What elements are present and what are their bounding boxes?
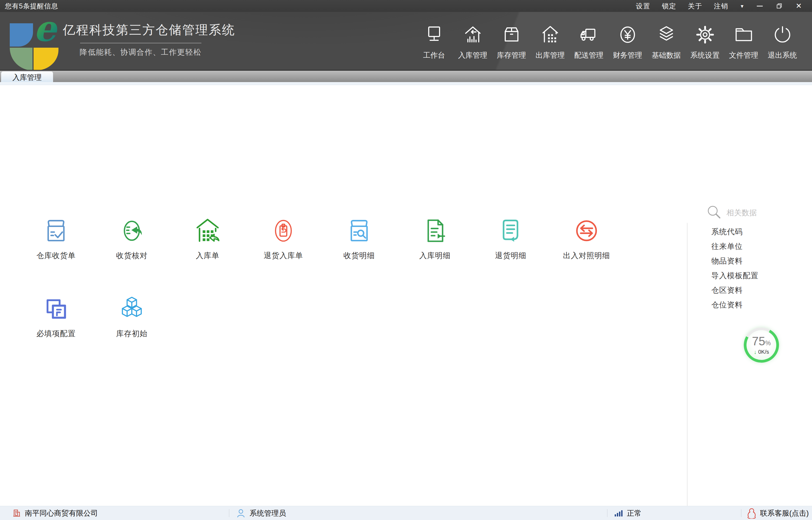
- base-data-layers-icon: [655, 23, 678, 46]
- tab-inbound-management[interactable]: 入库管理: [1, 72, 53, 83]
- sidebar-item-system-codes[interactable]: 系统代码: [711, 225, 758, 239]
- inbound-warehouse-icon: [461, 23, 484, 46]
- inbound-detail-icon: [397, 215, 473, 247]
- user-status: 系统管理员: [236, 506, 286, 520]
- logo-quadrant-green: [10, 48, 32, 71]
- main-nav: 工作台 入库管理 库存管理 出库管理 配送管理: [415, 23, 802, 60]
- module-receive-detail[interactable]: 收货明细: [321, 215, 397, 261]
- company-status: 南平同心商贸有限公司: [12, 506, 98, 520]
- nav-item-basedata[interactable]: 基础数据: [647, 23, 685, 60]
- nav-item-delivery[interactable]: 配送管理: [569, 23, 608, 60]
- tab-strip-highlight: [0, 82, 812, 85]
- contact-support-text: 联系客服(点击): [760, 509, 809, 518]
- person-icon: [236, 509, 246, 518]
- sidebar-divider: [687, 223, 688, 520]
- company-logo: e: [10, 17, 58, 66]
- menu-logout[interactable]: 注销: [714, 2, 728, 10]
- inventory-box-icon: [500, 23, 523, 46]
- related-data-search[interactable]: [706, 204, 789, 222]
- return-inbound-icon: [246, 215, 321, 247]
- app-title: 亿程科技第三方仓储管理系统: [63, 22, 218, 38]
- restore-icon: [776, 2, 783, 9]
- title-divider: [80, 43, 201, 43]
- content-area: 仓库收货单 收货核对 入库单: [0, 85, 812, 506]
- close-button[interactable]: ✕: [795, 2, 803, 10]
- search-input[interactable]: [726, 209, 789, 217]
- return-detail-icon: [473, 215, 549, 247]
- sidebar-item-import-template[interactable]: 导入模板配置: [711, 268, 758, 283]
- in-out-compare-icon: [549, 215, 624, 247]
- system-settings-gear-icon: [694, 23, 717, 46]
- progress-unit: %: [765, 340, 771, 347]
- building-icon: [12, 509, 21, 518]
- nav-item-workbench[interactable]: 工作台: [415, 23, 453, 60]
- menu-lock[interactable]: 锁定: [662, 2, 676, 10]
- nav-item-exit[interactable]: 退出系统: [763, 23, 802, 60]
- module-return-detail[interactable]: 退货明细: [473, 215, 549, 261]
- stock-init-cubes-icon: [94, 293, 170, 325]
- sync-progress-ring: 75% ↓0K/s: [744, 328, 779, 363]
- required-config-icon: [18, 293, 94, 325]
- warehouse-receipt-icon: [18, 215, 94, 247]
- module-receive-check[interactable]: 收货核对: [94, 215, 170, 261]
- logo-letter-e: e: [29, 11, 61, 46]
- logo-quadrant-yellow: [33, 48, 58, 71]
- module-inbound-order[interactable]: 入库单: [170, 215, 246, 261]
- minimize-icon: [757, 6, 763, 6]
- progress-inner: 75% ↓0K/s: [747, 330, 776, 360]
- signal-bars-icon: [614, 509, 623, 517]
- outbound-warehouse-icon: [539, 23, 562, 46]
- power-exit-icon: [771, 23, 794, 46]
- download-speed: 0K/s: [758, 349, 769, 355]
- inbound-order-icon: [170, 215, 246, 247]
- nav-item-finance[interactable]: 财务管理: [608, 23, 647, 60]
- status-bar: 南平同心商贸有限公司 系统管理员 正常 联系客服(点击): [0, 506, 812, 520]
- company-name: 南平同心商贸有限公司: [25, 509, 98, 518]
- wms-application-window: { "titlebar": { "notice": "您有5条提醒信息", "m…: [0, 0, 812, 520]
- nav-item-inbound[interactable]: 入库管理: [453, 23, 492, 60]
- contact-support[interactable]: 联系客服(点击): [747, 506, 809, 520]
- title-block: 亿程科技第三方仓储管理系统 降低能耗、协调合作、工作更轻松: [63, 22, 218, 57]
- chevron-down-icon[interactable]: ▼: [740, 3, 744, 9]
- network-status: 正常: [614, 506, 642, 520]
- file-folder-icon: [732, 23, 755, 46]
- titlebar-menu: 设置 锁定 关于 注销 ▼ ✕: [636, 2, 812, 10]
- related-data-list: 系统代码 往来单位 物品资料 导入模板配置 仓区资料 仓位资料: [711, 225, 758, 312]
- workbench-monitor-icon: [423, 23, 446, 46]
- download-arrow-icon: ↓: [754, 349, 757, 355]
- module-stock-init[interactable]: 库存初始: [94, 293, 170, 339]
- receive-detail-icon: [321, 215, 397, 247]
- nav-item-files[interactable]: 文件管理: [724, 23, 763, 60]
- delivery-truck-icon: [578, 23, 600, 46]
- menu-about[interactable]: 关于: [688, 2, 702, 10]
- module-return-inbound[interactable]: 退货入库单: [246, 215, 321, 261]
- menu-settings[interactable]: 设置: [636, 2, 650, 10]
- statusbar-separator: [229, 509, 229, 517]
- finance-yen-icon: [616, 23, 639, 46]
- sidebar-item-warehouse-zone[interactable]: 仓区资料: [711, 283, 758, 297]
- minimize-button[interactable]: [756, 2, 764, 10]
- receive-check-icon: [94, 215, 170, 247]
- module-inbound-detail[interactable]: 入库明细: [397, 215, 473, 261]
- qq-penguin-icon: [747, 508, 756, 519]
- progress-percent: 75: [752, 335, 765, 348]
- app-subtitle: 降低能耗、协调合作、工作更轻松: [63, 47, 218, 57]
- module-required-config[interactable]: 必填项配置: [18, 293, 94, 339]
- sidebar-item-goods[interactable]: 物品资料: [711, 254, 758, 268]
- nav-item-outbound[interactable]: 出库管理: [531, 23, 569, 60]
- statusbar-separator: [741, 509, 741, 517]
- titlebar: 您有5条提醒信息 设置 锁定 关于 注销 ▼ ✕: [0, 0, 812, 12]
- nav-item-settings[interactable]: 系统设置: [685, 23, 724, 60]
- nav-item-inventory[interactable]: 库存管理: [492, 23, 531, 60]
- sidebar-item-partners[interactable]: 往来单位: [711, 239, 758, 254]
- network-status-text: 正常: [627, 509, 642, 518]
- restore-button[interactable]: [775, 2, 783, 10]
- search-icon: [706, 204, 723, 222]
- tab-strip: 入库管理: [0, 70, 812, 82]
- app-header: e 亿程科技第三方仓储管理系统 降低能耗、协调合作、工作更轻松 工作台 入库管理…: [0, 12, 812, 70]
- module-in-out-compare[interactable]: 出入对照明细: [549, 215, 624, 261]
- user-name: 系统管理员: [250, 509, 286, 518]
- sidebar-item-warehouse-slot[interactable]: 仓位资料: [711, 297, 758, 312]
- module-warehouse-receipt[interactable]: 仓库收货单: [18, 215, 94, 261]
- reminder-notice[interactable]: 您有5条提醒信息: [5, 2, 58, 10]
